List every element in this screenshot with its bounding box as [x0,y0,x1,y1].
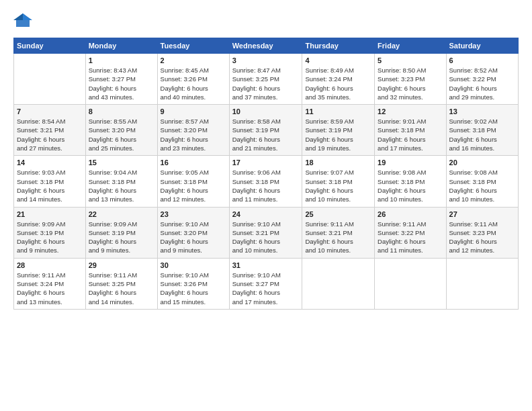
calendar-cell: 28Sunrise: 9:11 AM Sunset: 3:24 PM Dayli… [14,258,86,309]
day-number: 18 [305,158,371,167]
calendar-cell: 22Sunrise: 9:09 AM Sunset: 3:19 PM Dayli… [85,207,157,258]
day-number: 30 [161,261,226,269]
calendar-week-4: 21Sunrise: 9:09 AM Sunset: 3:19 PM Dayli… [14,207,519,258]
calendar-cell: 18Sunrise: 9:07 AM Sunset: 3:18 PM Dayli… [302,156,375,207]
weekday-header-wednesday: Wednesday [229,38,302,54]
day-detail: Sunrise: 8:45 AM Sunset: 3:26 PM Dayligh… [161,66,226,101]
calendar-cell [375,258,446,309]
day-detail: Sunrise: 9:11 AM Sunset: 3:24 PM Dayligh… [17,271,83,306]
day-number: 25 [305,210,371,218]
day-detail: Sunrise: 9:08 AM Sunset: 3:18 PM Dayligh… [378,168,443,203]
day-number: 7 [17,107,83,116]
calendar-cell [302,258,375,309]
day-detail: Sunrise: 9:10 AM Sunset: 3:20 PM Dayligh… [161,220,226,255]
day-detail: Sunrise: 9:06 AM Sunset: 3:18 PM Dayligh… [232,168,300,203]
day-number: 5 [378,56,443,64]
calendar-cell: 10Sunrise: 8:58 AM Sunset: 3:19 PM Dayli… [229,105,302,156]
calendar-cell: 26Sunrise: 9:11 AM Sunset: 3:22 PM Dayli… [375,207,446,258]
weekday-header-friday: Friday [375,38,446,54]
day-detail: Sunrise: 8:59 AM Sunset: 3:19 PM Dayligh… [305,117,371,152]
day-detail: Sunrise: 9:03 AM Sunset: 3:18 PM Dayligh… [17,168,83,203]
day-detail: Sunrise: 9:11 AM Sunset: 3:25 PM Dayligh… [89,271,154,306]
day-detail: Sunrise: 9:08 AM Sunset: 3:18 PM Dayligh… [449,168,515,203]
day-number: 23 [161,210,226,218]
day-detail: Sunrise: 8:55 AM Sunset: 3:20 PM Dayligh… [89,117,154,152]
calendar-cell: 2Sunrise: 8:45 AM Sunset: 3:26 PM Daylig… [157,54,229,105]
day-number: 1 [89,56,154,64]
day-number: 16 [161,158,226,167]
day-number: 6 [449,56,515,64]
day-number: 26 [378,210,443,218]
day-number: 8 [89,107,154,116]
day-detail: Sunrise: 8:47 AM Sunset: 3:25 PM Dayligh… [232,66,300,101]
day-number: 15 [89,158,154,167]
logo [13,12,35,31]
calendar-cell: 19Sunrise: 9:08 AM Sunset: 3:18 PM Dayli… [375,156,446,207]
day-number: 22 [89,210,154,218]
day-detail: Sunrise: 9:07 AM Sunset: 3:18 PM Dayligh… [305,168,371,203]
day-detail: Sunrise: 8:58 AM Sunset: 3:19 PM Dayligh… [232,117,300,152]
day-detail: Sunrise: 9:11 AM Sunset: 3:21 PM Dayligh… [305,220,371,255]
day-number: 3 [232,56,300,64]
calendar-cell: 16Sunrise: 9:05 AM Sunset: 3:18 PM Dayli… [157,156,229,207]
calendar-cell: 1Sunrise: 8:43 AM Sunset: 3:27 PM Daylig… [85,54,157,105]
day-detail: Sunrise: 9:04 AM Sunset: 3:18 PM Dayligh… [89,168,154,203]
day-detail: Sunrise: 9:09 AM Sunset: 3:19 PM Dayligh… [17,220,83,255]
day-number: 2 [161,56,226,64]
calendar-cell: 23Sunrise: 9:10 AM Sunset: 3:20 PM Dayli… [157,207,229,258]
header [13,12,519,31]
calendar-header: SundayMondayTuesdayWednesdayThursdayFrid… [14,38,519,54]
calendar-cell: 24Sunrise: 9:10 AM Sunset: 3:21 PM Dayli… [229,207,302,258]
page: SundayMondayTuesdayWednesdayThursdayFrid… [0,0,532,411]
day-detail: Sunrise: 8:52 AM Sunset: 3:22 PM Dayligh… [449,66,515,101]
calendar-cell: 25Sunrise: 9:11 AM Sunset: 3:21 PM Dayli… [302,207,375,258]
calendar-cell: 3Sunrise: 8:47 AM Sunset: 3:25 PM Daylig… [229,54,302,105]
calendar-cell: 21Sunrise: 9:09 AM Sunset: 3:19 PM Dayli… [14,207,86,258]
day-number: 10 [232,107,300,116]
day-number: 13 [449,107,515,116]
calendar-cell: 8Sunrise: 8:55 AM Sunset: 3:20 PM Daylig… [85,105,157,156]
calendar-cell: 31Sunrise: 9:10 AM Sunset: 3:27 PM Dayli… [229,258,302,309]
calendar-week-2: 7Sunrise: 8:54 AM Sunset: 3:21 PM Daylig… [14,105,519,156]
day-detail: Sunrise: 8:43 AM Sunset: 3:27 PM Dayligh… [89,66,154,101]
weekday-header-row: SundayMondayTuesdayWednesdayThursdayFrid… [14,38,519,54]
calendar-week-3: 14Sunrise: 9:03 AM Sunset: 3:18 PM Dayli… [14,156,519,207]
day-number: 31 [232,261,300,269]
calendar-cell: 15Sunrise: 9:04 AM Sunset: 3:18 PM Dayli… [85,156,157,207]
day-detail: Sunrise: 9:05 AM Sunset: 3:18 PM Dayligh… [161,168,226,203]
day-detail: Sunrise: 9:10 AM Sunset: 3:27 PM Dayligh… [232,271,300,306]
day-number: 27 [449,210,515,218]
calendar-cell: 12Sunrise: 9:01 AM Sunset: 3:18 PM Dayli… [375,105,446,156]
calendar-body: 1Sunrise: 8:43 AM Sunset: 3:27 PM Daylig… [14,54,519,310]
day-number: 28 [17,261,83,269]
day-number: 19 [378,158,443,167]
calendar-cell: 30Sunrise: 9:10 AM Sunset: 3:26 PM Dayli… [157,258,229,309]
day-number: 4 [305,56,371,64]
calendar-cell [14,54,86,105]
day-detail: Sunrise: 9:02 AM Sunset: 3:18 PM Dayligh… [449,117,515,152]
weekday-header-monday: Monday [85,38,157,54]
calendar-cell: 7Sunrise: 8:54 AM Sunset: 3:21 PM Daylig… [14,105,86,156]
calendar-cell: 4Sunrise: 8:49 AM Sunset: 3:24 PM Daylig… [302,54,375,105]
calendar-table: SundayMondayTuesdayWednesdayThursdayFrid… [13,38,519,310]
day-number: 29 [89,261,154,269]
calendar-cell: 29Sunrise: 9:11 AM Sunset: 3:25 PM Dayli… [85,258,157,309]
logo-icon [13,12,32,31]
day-detail: Sunrise: 9:11 AM Sunset: 3:22 PM Dayligh… [378,220,443,255]
calendar-cell: 17Sunrise: 9:06 AM Sunset: 3:18 PM Dayli… [229,156,302,207]
day-detail: Sunrise: 9:10 AM Sunset: 3:26 PM Dayligh… [161,271,226,306]
calendar-cell: 9Sunrise: 8:57 AM Sunset: 3:20 PM Daylig… [157,105,229,156]
day-number: 14 [17,158,83,167]
day-detail: Sunrise: 8:49 AM Sunset: 3:24 PM Dayligh… [305,66,371,101]
day-number: 11 [305,107,371,116]
calendar-cell: 5Sunrise: 8:50 AM Sunset: 3:23 PM Daylig… [375,54,446,105]
calendar-cell [446,258,518,309]
calendar-cell: 14Sunrise: 9:03 AM Sunset: 3:18 PM Dayli… [14,156,86,207]
day-detail: Sunrise: 8:50 AM Sunset: 3:23 PM Dayligh… [378,66,443,101]
svg-marker-2 [13,13,23,20]
weekday-header-thursday: Thursday [302,38,375,54]
day-number: 12 [378,107,443,116]
calendar-week-5: 28Sunrise: 9:11 AM Sunset: 3:24 PM Dayli… [14,258,519,309]
day-detail: Sunrise: 8:57 AM Sunset: 3:20 PM Dayligh… [161,117,226,152]
day-number: 24 [232,210,300,218]
